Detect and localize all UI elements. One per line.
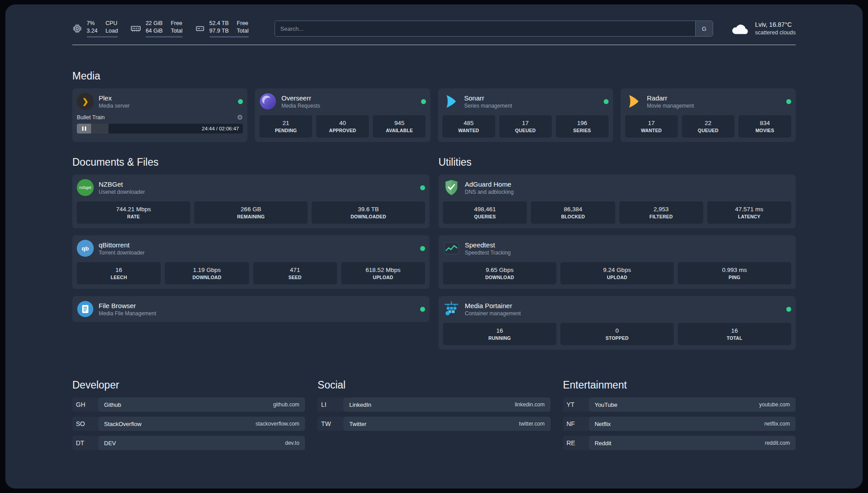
- service-link-speedtest[interactable]: Speedtest Speedtest Tracking: [443, 240, 791, 257]
- pause-button[interactable]: [77, 124, 91, 134]
- bookmark-twitter[interactable]: TW Twitter twitter.com: [317, 417, 550, 431]
- bookmark-dev[interactable]: DT DEV dev.to: [72, 436, 305, 450]
- weather-cloud-icon: [731, 22, 750, 35]
- service-link-qbittorrent[interactable]: qb qBittorrent Torrent downloader: [77, 240, 425, 257]
- bookmark-name: Github: [104, 401, 121, 408]
- service-link-portainer[interactable]: Media Portainer Container management: [443, 301, 791, 318]
- weather-description: scattered clouds: [755, 29, 796, 37]
- sonarr-icon: [442, 93, 459, 110]
- bookmark-name: DEV: [104, 440, 116, 447]
- bookmark-name: Reddit: [595, 440, 612, 447]
- service-name: AdGuard Home: [465, 180, 513, 188]
- memory-free-label: Free: [171, 20, 182, 27]
- bookmark-abbr: RE: [563, 436, 589, 450]
- status-dot: [421, 99, 426, 104]
- status-dot: [420, 307, 425, 312]
- header-divider: [72, 45, 796, 45]
- service-name: Media Portainer: [465, 301, 521, 310]
- service-card-qbittorrent: qb qBittorrent Torrent downloader 16 LEE…: [72, 235, 430, 289]
- service-link-overseerr[interactable]: Overseerr Media Requests: [259, 93, 426, 110]
- stat-download: 9.65 Gbps DOWNLOAD: [443, 262, 556, 284]
- bookmark-name: LinkedIn: [349, 401, 371, 408]
- service-card-radarr: Radarr Movie management 17 WANTED 22 QUE…: [621, 88, 796, 142]
- portainer-icon: [443, 301, 460, 318]
- service-link-plex[interactable]: ❯ Plex Media server: [77, 93, 243, 110]
- dashboard-panel: 7% 3.24 CPU Load: [5, 4, 863, 489]
- service-name: Radarr: [647, 94, 694, 102]
- memory-progress-bar: [146, 36, 183, 38]
- speedtest-icon: [443, 240, 460, 257]
- service-card-filebrowser: File Browser Media File Management: [72, 296, 430, 322]
- gear-icon[interactable]: ⚙: [237, 114, 243, 121]
- bookmark-name: YouTube: [595, 401, 618, 408]
- playback-time: 24:44 / 02:06:47: [202, 126, 243, 131]
- bookmark-url: dev.to: [285, 440, 300, 446]
- stat-filtered: 2,953 FILTERED: [619, 201, 703, 224]
- plex-icon: ❯: [77, 93, 94, 110]
- service-subtitle: Media server: [99, 102, 129, 109]
- service-link-adguard[interactable]: AdGuard Home DNS and adblocking: [443, 179, 791, 196]
- playback-progress-bar[interactable]: 24:44 / 02:06:47: [77, 124, 243, 134]
- bookmark-url: linkedin.com: [515, 401, 545, 408]
- weather-location: Lviv, 16.87°C: [755, 21, 796, 29]
- bookmark-abbr: SO: [72, 417, 98, 431]
- stat-movies: 834 MOVIES: [739, 115, 791, 138]
- disk-total-value: 97.9 TB: [209, 27, 229, 35]
- section-title-media: Media: [72, 70, 796, 82]
- cpu-icon: [72, 24, 82, 33]
- stat-upload: 618.52 Mbps UPLOAD: [341, 262, 425, 284]
- service-link-filebrowser[interactable]: File Browser Media File Management: [77, 301, 425, 318]
- stat-wanted: 17 WANTED: [625, 115, 678, 138]
- dashboard-page: 7% 3.24 CPU Load: [0, 0, 868, 493]
- stat-stopped: 0 STOPPED: [560, 323, 674, 345]
- now-playing-title: Bullet Train: [77, 114, 105, 121]
- stat-approved: 40 APPROVED: [316, 115, 369, 138]
- search-input[interactable]: [275, 21, 695, 36]
- bookmark-netflix[interactable]: NF Netflix netflix.com: [563, 417, 796, 431]
- service-subtitle: Speedtest Tracking: [465, 249, 511, 256]
- stat-available: 945 AVAILABLE: [373, 115, 426, 138]
- disk-total-label: Total: [237, 27, 248, 35]
- bookmark-linkedin[interactable]: LI LinkedIn linkedin.com: [317, 397, 550, 412]
- bookmark-url: netflix.com: [764, 421, 790, 427]
- service-subtitle: Container management: [465, 310, 521, 317]
- bookmark-youtube[interactable]: YT YouTube youtube.com: [563, 397, 796, 412]
- cpu-load-value: 3.24: [87, 27, 97, 35]
- service-name: Overseerr: [281, 94, 320, 102]
- section-title-social: Social: [317, 379, 550, 391]
- stat-queued: 17 QUEUED: [499, 115, 552, 138]
- stat-rate: 744.21 Mbps RATE: [77, 201, 190, 224]
- section-title-utilities: Utilities: [438, 156, 796, 168]
- disk-progress-bar: [209, 36, 249, 38]
- cpu-widget: 7% 3.24 CPU Load: [72, 20, 118, 38]
- service-link-radarr[interactable]: Radarr Movie management: [625, 93, 791, 110]
- weather-widget: Lviv, 16.87°C scattered clouds: [731, 21, 796, 37]
- cpu-load-label: Load: [105, 27, 118, 35]
- service-subtitle: Usenet downloader: [99, 188, 145, 196]
- stat-pending: 21 PENDING: [259, 115, 312, 138]
- service-name: Sonarr: [464, 94, 512, 102]
- status-dot: [420, 246, 425, 251]
- service-subtitle: Series management: [464, 102, 512, 109]
- stat-download: 1.19 Gbps DOWNLOAD: [165, 262, 249, 284]
- bookmark-abbr: LI: [317, 397, 343, 412]
- service-link-sonarr[interactable]: Sonarr Series management: [442, 93, 609, 110]
- section-title-developer: Developer: [72, 379, 305, 391]
- status-dot: [604, 99, 609, 104]
- bookmark-reddit[interactable]: RE Reddit reddit.com: [563, 436, 796, 450]
- stat-ping: 0.993 ms PING: [678, 262, 791, 284]
- stat-blocked: 86,384 BLOCKED: [531, 201, 615, 224]
- disk-widget: 52.4 TB 97.9 TB Free Total: [195, 20, 249, 38]
- service-card-portainer: Media Portainer Container management 16 …: [438, 296, 796, 350]
- service-name: Plex: [99, 94, 129, 102]
- bookmark-github[interactable]: GH Github github.com: [72, 397, 305, 412]
- adguard-icon: [443, 179, 460, 196]
- stat-latency: 47.571 ms LATENCY: [707, 201, 791, 224]
- bookmark-stackoverflow[interactable]: SO StackOverflow stackoverflow.com: [72, 417, 305, 431]
- bookmark-abbr: GH: [72, 397, 98, 412]
- bookmark-name: StackOverflow: [104, 421, 142, 427]
- disk-free-value: 52.4 TB: [209, 20, 229, 27]
- search-provider-button[interactable]: G: [695, 21, 713, 36]
- stat-total: 16 TOTAL: [678, 323, 791, 345]
- service-link-nzbget[interactable]: nzbget NZBGet Usenet downloader: [77, 179, 425, 196]
